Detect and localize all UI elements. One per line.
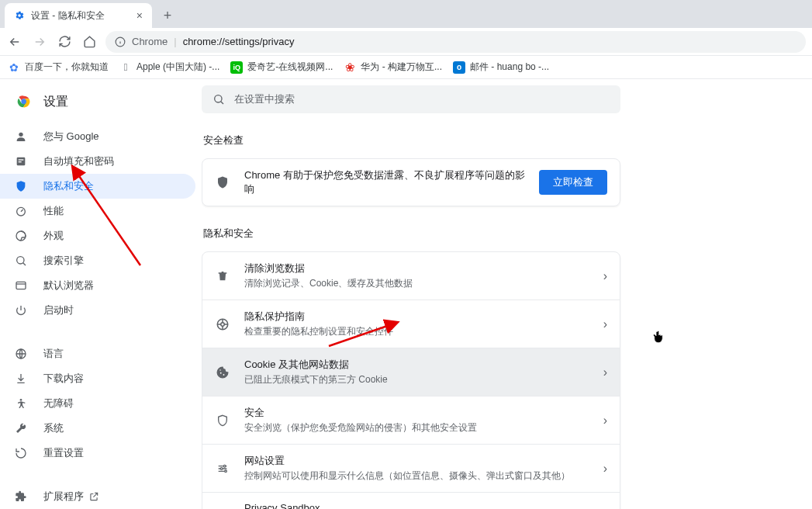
settings-header: 设置 (0, 87, 202, 121)
browser-tab[interactable]: 设置 - 隐私和安全 × (5, 3, 152, 28)
bookmarks-bar: ✿百度一下，你就知道Apple (中国大陆) -...iQ爱奇艺-在线视频网.… (0, 56, 812, 79)
ext-icon (14, 490, 28, 503)
omnibox[interactable]: Chrome | chrome://settings/privacy (105, 31, 806, 53)
reload-icon[interactable] (56, 33, 73, 50)
bookmark-label: 爱奇艺-在线视频网... (247, 61, 333, 74)
gear-icon (14, 10, 25, 21)
row-desc: 控制网站可以使用和显示什么信息（如位置信息、摄像头、弹出式窗口及其他） (244, 469, 589, 483)
autofill-icon (14, 155, 28, 168)
person-icon (14, 130, 28, 143)
svg-point-22 (219, 369, 221, 371)
browser-icon (14, 279, 28, 292)
bookmark-icon: iQ (230, 61, 243, 74)
settings-search[interactable]: 在设置中搜索 (202, 85, 620, 113)
sidebar-item-label: 默认浏览器 (43, 279, 94, 293)
search-placeholder: 在设置中搜索 (234, 92, 295, 106)
sidebar-item[interactable]: 语言 (0, 341, 195, 366)
bookmark-item[interactable]: ✿百度一下，你就知道 (8, 61, 109, 74)
svg-point-9 (17, 207, 26, 216)
row-title: 网站设置 (244, 454, 589, 468)
safety-desc: Chrome 有助于保护您免受数据泄露、不良扩展程序等问题的影响 (244, 168, 525, 196)
bookmark-item[interactable]: Apple (中国大陆) -... (119, 61, 219, 74)
settings-main: 在设置中搜索 安全检查 Chrome 有助于保护您免受数据泄露、不良扩展程序等问… (202, 79, 812, 509)
bookmark-icon: ❀ (344, 61, 356, 74)
home-icon[interactable] (81, 33, 98, 50)
sidebar-item[interactable]: 重置设置 (0, 441, 195, 466)
back-icon[interactable] (6, 33, 23, 50)
tune-icon (215, 462, 230, 475)
bookmark-label: 邮件 - huang bo -... (470, 61, 549, 74)
svg-rect-7 (19, 159, 24, 160)
chevron-right-icon: › (603, 317, 607, 331)
search-icon (213, 93, 225, 106)
bookmark-icon: ✿ (8, 61, 20, 74)
sidebar-item-label: 扩展程序 (43, 490, 99, 504)
new-tab-button[interactable]: + (157, 5, 178, 26)
sidebar-item-label: 搜索引擎 (43, 254, 84, 268)
svg-point-14 (20, 399, 22, 401)
chevron-right-icon: › (603, 414, 607, 428)
bookmark-item[interactable]: ❀华为 - 构建万物互... (344, 61, 442, 74)
section-privacy-title: 隐私和安全 (203, 227, 793, 241)
cookie-icon (215, 365, 230, 379)
trash-icon (215, 270, 230, 282)
sidebar-item-label: 下载内容 (43, 372, 84, 386)
privacy-row[interactable]: 安全安全浏览（保护您免受危险网站的侵害）和其他安全设置› (202, 396, 620, 444)
sidebar-item[interactable]: 无障碍 (0, 391, 195, 416)
row-title: Cookie 及其他网站数据 (244, 358, 589, 372)
sidebar-item[interactable]: 您与 Google (0, 124, 195, 149)
privacy-row[interactable]: 隐私保护指南检查重要的隐私控制设置和安全控件› (202, 300, 620, 348)
privacy-row[interactable]: 清除浏览数据清除浏览记录、Cookie、缓存及其他数据› (202, 252, 620, 300)
svg-point-19 (221, 322, 225, 326)
access-icon (14, 397, 28, 410)
speed-icon (14, 205, 28, 217)
sidebar-item[interactable]: 隐私和安全 (0, 174, 195, 199)
chrome-icon (16, 93, 33, 110)
bookmark-icon:  (119, 61, 132, 74)
sidebar-item[interactable]: 下载内容 (0, 366, 195, 391)
bookmark-item[interactable]: o邮件 - huang bo -... (453, 61, 549, 74)
bookmark-item[interactable]: iQ爱奇艺-在线视频网... (230, 61, 333, 74)
sidebar-item[interactable]: 默认浏览器 (0, 273, 195, 298)
row-desc: 安全浏览（保护您免受危险网站的侵害）和其他安全设置 (244, 421, 589, 435)
sidebar-item-label: 隐私和安全 (43, 179, 94, 193)
sidebar-item[interactable]: 启动时 (0, 298, 195, 323)
close-tab-icon[interactable]: × (136, 9, 143, 22)
wrench-icon (14, 422, 28, 435)
bookmark-label: 华为 - 构建万物互... (361, 61, 442, 74)
privacy-row[interactable]: 网站设置控制网站可以使用和显示什么信息（如位置信息、摄像头、弹出式窗口及其他）› (202, 444, 620, 492)
shield-icon (215, 175, 230, 189)
globe-icon (14, 348, 28, 360)
omnibox-path: chrome://settings/privacy (183, 36, 295, 47)
tab-strip: 设置 - 隐私和安全 × + (0, 0, 812, 28)
sidebar-item-label: 语言 (43, 347, 64, 361)
sidebar-item[interactable]: 性能 (0, 199, 195, 223)
svg-point-4 (22, 100, 26, 104)
sidebar-item-label: 性能 (43, 204, 64, 218)
search-icon (14, 254, 28, 267)
forward-icon[interactable] (31, 33, 48, 50)
sidebar-item[interactable]: 外观 (0, 223, 195, 248)
svg-point-20 (220, 372, 222, 373)
sidebar-item[interactable]: 系统 (0, 416, 195, 441)
svg-point-5 (19, 133, 22, 137)
chevron-right-icon: › (603, 269, 607, 283)
svg-rect-8 (19, 161, 22, 162)
privacy-card: 清除浏览数据清除浏览记录、Cookie、缓存及其他数据›隐私保护指南检查重要的隐… (202, 251, 620, 509)
external-link-icon (88, 491, 99, 502)
privacy-row[interactable]: Cookie 及其他网站数据已阻止无痕模式下的第三方 Cookie› (202, 348, 620, 396)
sidebar-item-label: 系统 (43, 421, 64, 435)
row-title: 隐私保护指南 (244, 310, 589, 324)
safety-check-button[interactable]: 立即检查 (539, 170, 607, 195)
sidebar-item[interactable]: 搜索引擎 (0, 248, 195, 273)
row-desc: 清除浏览记录、Cookie、缓存及其他数据 (244, 277, 589, 290)
privacy-row[interactable]: Privacy Sandbox试用版功能已关闭 (202, 492, 620, 509)
section-safety-title: 安全检查 (203, 133, 793, 147)
chevron-right-icon: › (603, 462, 607, 476)
svg-rect-12 (16, 282, 26, 289)
sidebar-item[interactable]: 自动填充和密码 (0, 149, 195, 174)
power-icon (14, 304, 28, 317)
svg-point-11 (17, 257, 24, 264)
bookmark-label: 百度一下，你就知道 (25, 61, 109, 74)
sidebar-item[interactable]: 扩展程序 (0, 484, 195, 509)
